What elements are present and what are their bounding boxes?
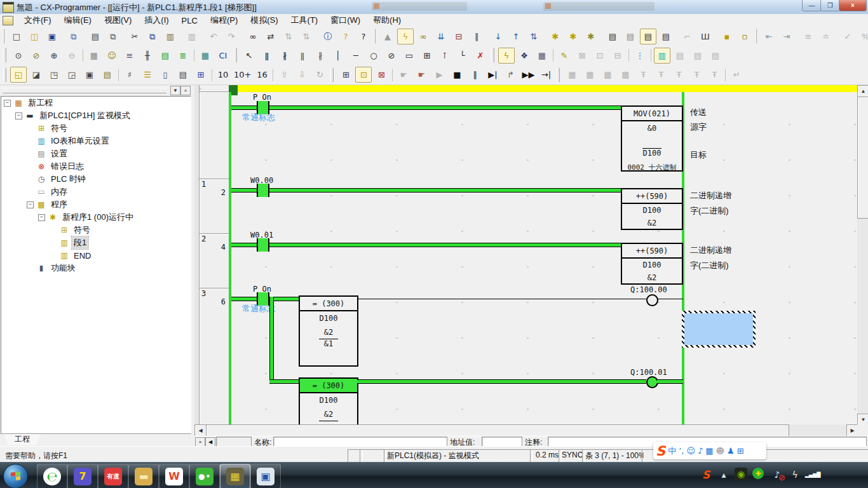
- sogou-emoji-icon[interactable]: ☺: [686, 446, 695, 456]
- tree-item-programs[interactable]: − ▩ 程序: [1, 198, 191, 211]
- sim-to-cursor-icon[interactable]: →|: [538, 67, 554, 83]
- page-preview-icon[interactable]: ⧉: [65, 29, 82, 44]
- vscroll-thumb[interactable]: [857, 97, 868, 219]
- rung-annotation-icon[interactable]: ≡: [121, 48, 138, 64]
- transition-icon-1[interactable]: Ŧ: [635, 67, 651, 83]
- address-reference-icon[interactable]: ☰: [139, 67, 156, 83]
- compare-block-a[interactable]: = (300) D100 &2 &1: [299, 295, 358, 367]
- tree-expander-icon[interactable]: −: [15, 112, 22, 119]
- zoom-tool-icon[interactable]: ⊙: [10, 48, 27, 64]
- transition-icon-4[interactable]: Ŧ: [688, 67, 705, 83]
- menu-program[interactable]: 编程(P): [205, 13, 243, 27]
- new-closed-coil-icon[interactable]: ⊘: [383, 48, 400, 64]
- save-icon[interactable]: ▣: [44, 29, 60, 44]
- tree-item-function-blocks[interactable]: ▮ 功能块: [1, 262, 191, 274]
- sogou-mic-icon[interactable]: ♪: [698, 446, 703, 456]
- sogou-person-icon[interactable]: ☻: [716, 446, 725, 456]
- project-tab[interactable]: 工程: [4, 434, 41, 445]
- differential-monitor-icon[interactable]: ▦: [534, 48, 550, 64]
- tree-item-symbols[interactable]: ⊞ 符号: [1, 122, 191, 135]
- sogou-skin-icon[interactable]: ♟: [727, 446, 735, 456]
- context-help-icon[interactable]: ?: [355, 29, 372, 44]
- menu-edit[interactable]: 编辑(E): [58, 13, 97, 27]
- line-connect-icon[interactable]: └: [454, 48, 471, 64]
- sogou-log-icono[interactable]: S: [656, 444, 665, 459]
- sim-continuous-icon[interactable]: ▶▶: [520, 67, 536, 83]
- restore-button[interactable]: ❒: [820, 0, 840, 11]
- output-window-icon[interactable]: ◳: [46, 67, 62, 83]
- minimize-button[interactable]: —: [802, 0, 822, 11]
- tree-item-plc[interactable]: − ▬ 新PLC1[CP1H] 监视模式: [1, 109, 191, 122]
- contact-w0-01[interactable]: [257, 238, 269, 252]
- rung-comment-icon[interactable]: ≐: [818, 29, 834, 44]
- toolbar-grip[interactable]: [756, 29, 757, 44]
- paste-icon[interactable]: ▥: [162, 29, 179, 44]
- transfer-program-icon[interactable]: ✱: [547, 29, 564, 44]
- transition-icon-5[interactable]: Ŧ: [706, 67, 722, 83]
- mnemonics-view-icon[interactable]: ▦: [197, 48, 214, 64]
- grid-icon[interactable]: ▦: [86, 48, 102, 64]
- contact-w0-00[interactable]: [257, 184, 269, 197]
- instruction-block-mov[interactable]: MOV(021) &0 D100 0002 十六进制: [621, 105, 683, 172]
- toolbar-grip[interactable]: [3, 29, 4, 44]
- monitor-mode-icon[interactable]: ▤: [640, 29, 656, 44]
- coil-q100-00[interactable]: [646, 294, 658, 306]
- tray-volume-muted-icon[interactable]: ♪ ⊘: [770, 468, 784, 482]
- print-preview-icon[interactable]: ⧉: [105, 29, 121, 44]
- monitoring-icon[interactable]: ϟ: [498, 48, 515, 64]
- step-run-icon[interactable]: ⌐: [679, 29, 696, 44]
- sep[interactable]: [273, 69, 273, 81]
- sep[interactable]: [628, 49, 629, 62]
- monitor-hex-icon[interactable]: 16: [254, 67, 270, 83]
- pause-cut-icon[interactable]: ☛: [413, 67, 430, 83]
- scroll-up-button[interactable]: ▲: [857, 85, 868, 97]
- edit-disabled-icon-3[interactable]: ▤: [707, 48, 724, 64]
- sogou-keyboard-icon[interactable]: ▦: [705, 446, 713, 456]
- online-edit-ok-icon[interactable]: ⊡: [592, 48, 608, 64]
- tray-nvidia-icon[interactable]: ◉: [735, 468, 747, 480]
- program-mode-icon[interactable]: ▤: [604, 29, 621, 44]
- output-list-icon[interactable]: ▤: [175, 67, 191, 83]
- new-fb-invocation-icon[interactable]: ⊞: [419, 48, 435, 64]
- online-edit-icon[interactable]: ✎: [556, 48, 573, 64]
- pause-at-start-icon[interactable]: ☛: [395, 67, 412, 83]
- tree-item-end[interactable]: ▥ END: [1, 249, 191, 262]
- transfer-online-icon[interactable]: ⇊: [433, 29, 449, 44]
- tray-power-icon[interactable]: ϟ: [788, 468, 802, 482]
- rung-margin-2[interactable]: 2 4: [199, 233, 229, 288]
- address-tree-icon[interactable]: ⋮: [632, 48, 648, 64]
- toolbar-grip[interactable]: [374, 29, 376, 44]
- io-spacing-icon[interactable]: ╫: [139, 48, 156, 64]
- find-icon[interactable]: ∞: [245, 29, 261, 44]
- ladder-selection-cursor[interactable]: [682, 311, 756, 348]
- name-field[interactable]: [273, 437, 447, 447]
- rung-margin-0[interactable]: [199, 92, 229, 180]
- forced-set-icon[interactable]: ▪: [719, 29, 735, 44]
- toolbar-grip[interactable]: [330, 67, 334, 83]
- sim-step-icon[interactable]: ▶|: [484, 67, 501, 83]
- monitor-signed-decimal-icon[interactable]: 10+: [233, 67, 252, 83]
- ladder-vscrollbar[interactable]: ▲ ▼: [857, 85, 868, 424]
- sogou-punct-icon[interactable]: ’,: [679, 446, 684, 456]
- replace-icon[interactable]: ⇄: [262, 29, 279, 44]
- rung-margin-3[interactable]: 3 6: [199, 288, 229, 424]
- zoom-out-icon[interactable]: ⊖: [64, 48, 80, 64]
- transfer-symbols-icon[interactable]: ✱: [583, 29, 599, 44]
- simulator-online-icon[interactable]: ϟ: [397, 29, 414, 44]
- memory-box-icon[interactable]: ⊞: [193, 67, 209, 83]
- tree-expander-icon[interactable]: −: [38, 214, 45, 221]
- online-edit-send-icon[interactable]: ⊠: [574, 48, 590, 64]
- sim-board-icon-1[interactable]: ▦: [564, 67, 580, 83]
- menu-help[interactable]: 帮助(H): [367, 13, 407, 27]
- plc-protect-icon[interactable]: ⊞: [337, 67, 354, 83]
- zoom-in-icon[interactable]: ⊕: [46, 48, 62, 64]
- properties-icon[interactable]: ▤: [99, 67, 116, 83]
- compare-with-plc-icon[interactable]: ⇅: [526, 29, 542, 44]
- sep[interactable]: [651, 49, 651, 62]
- watch-window-icon[interactable]: ◲: [64, 67, 80, 83]
- tray-sogou-icon[interactable]: S: [699, 468, 713, 482]
- tree-item-program1-symbols[interactable]: ⊞ 符号: [1, 224, 191, 236]
- delete-tool-icon[interactable]: ✗: [472, 48, 489, 64]
- sim-play-icon[interactable]: ▶: [431, 67, 447, 83]
- online-edit-mode-icon[interactable]: ⊡: [355, 67, 372, 83]
